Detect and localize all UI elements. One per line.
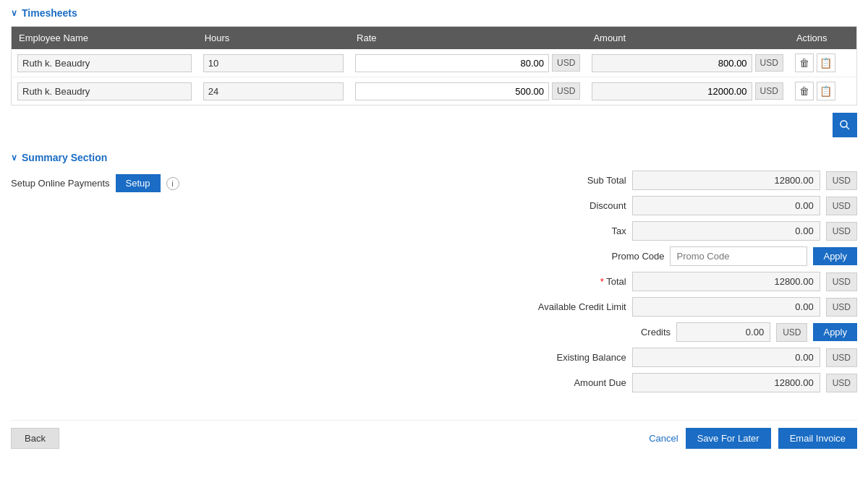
rate-currency: USD <box>552 82 580 100</box>
setup-payments-label: Setup Online Payments <box>11 178 110 189</box>
discount-input[interactable] <box>632 196 820 215</box>
timesheets-chevron: ∨ <box>11 8 17 18</box>
svg-line-1 <box>846 126 849 129</box>
promo-apply-button[interactable]: Apply <box>813 247 857 265</box>
existing-balance-label: Existing Balance <box>511 352 626 363</box>
hours-input[interactable] <box>203 54 344 72</box>
tax-label: Tax <box>511 225 626 236</box>
action-icons: 🗑 📋 <box>795 82 851 100</box>
rate-input[interactable] <box>355 82 549 100</box>
discount-currency: USD <box>826 197 857 215</box>
existing-balance-currency: USD <box>826 348 857 367</box>
back-button[interactable]: Back <box>11 428 59 449</box>
search-button[interactable] <box>833 113 857 137</box>
delete-button[interactable]: 🗑 <box>795 82 814 100</box>
footer-right: Cancel Save For Later Email Invoice <box>649 428 857 449</box>
credit-limit-label: Available Credit Limit <box>511 301 626 312</box>
rate-currency: USD <box>552 54 580 72</box>
credit-limit-input[interactable] <box>632 297 820 317</box>
info-icon: i <box>166 177 179 190</box>
copy-button[interactable]: 📋 <box>817 53 835 72</box>
summary-section-header[interactable]: ∨ Summary Section <box>11 152 857 163</box>
tax-row: Tax USD <box>242 221 857 241</box>
hours-input[interactable] <box>203 82 344 100</box>
credits-label: Credits <box>555 327 671 338</box>
amount-due-row: Amount Due USD <box>242 373 857 392</box>
svg-point-0 <box>841 121 847 127</box>
tax-input[interactable] <box>632 221 820 241</box>
summary-chevron: ∨ <box>11 152 17 163</box>
total-input[interactable] <box>632 272 820 291</box>
promo-code-row: Promo Code Apply <box>242 246 857 266</box>
table-row: USD USD 🗑 📋 <box>12 77 857 106</box>
total-row: * Total USD <box>242 272 857 291</box>
copy-button[interactable]: 📋 <box>817 82 835 100</box>
timesheets-title: Timesheets <box>22 7 77 19</box>
amount-due-currency: USD <box>826 374 857 392</box>
total-currency: USD <box>826 272 857 291</box>
total-label-text: Total <box>606 276 626 287</box>
tax-currency: USD <box>826 222 857 241</box>
subtotal-row: Sub Total USD <box>242 171 857 190</box>
cancel-link[interactable]: Cancel <box>649 433 678 444</box>
credit-limit-row: Available Credit Limit USD <box>242 297 857 317</box>
credit-limit-currency: USD <box>826 298 857 317</box>
email-invoice-button[interactable]: Email Invoice <box>778 428 857 449</box>
summary-left: Setup Online Payments Setup i <box>11 171 228 398</box>
setup-payments-row: Setup Online Payments Setup i <box>11 174 228 192</box>
total-label: * Total <box>511 276 626 287</box>
timesheets-section-header[interactable]: ∨ Timesheets <box>11 7 857 19</box>
discount-row: Discount USD <box>242 196 857 215</box>
amount-currency: USD <box>755 82 783 100</box>
credits-input[interactable] <box>676 322 770 342</box>
credits-currency: USD <box>776 323 807 342</box>
existing-balance-row: Existing Balance USD <box>242 348 857 367</box>
discount-label: Discount <box>511 200 626 211</box>
promo-code-input[interactable] <box>670 246 807 266</box>
table-row: USD USD 🗑 📋 <box>12 49 857 77</box>
total-required-star: * <box>600 276 604 287</box>
save-for-later-button[interactable]: Save For Later <box>686 428 771 449</box>
amount-due-label: Amount Due <box>511 377 626 388</box>
amount-currency: USD <box>755 54 783 72</box>
col-header-hours: Hours <box>197 27 349 50</box>
subtotal-label: Sub Total <box>511 175 626 186</box>
amount-input[interactable] <box>592 54 752 72</box>
summary-title: Summary Section <box>22 152 107 163</box>
rate-input[interactable] <box>355 54 549 72</box>
col-header-employee: Employee Name <box>12 27 197 50</box>
footer-row: Back Cancel Save For Later Email Invoice <box>11 420 857 449</box>
amount-input[interactable] <box>592 82 752 100</box>
setup-payments-button[interactable]: Setup <box>116 174 161 192</box>
employee-name-input[interactable] <box>17 54 192 72</box>
summary-right: Sub Total USD Discount USD Tax USD Promo… <box>242 171 857 398</box>
credits-apply-button[interactable]: Apply <box>813 323 857 341</box>
timesheets-table: Employee Name Hours Rate Amount Actions … <box>11 26 857 106</box>
employee-name-input[interactable] <box>17 82 192 100</box>
col-header-amount: Amount <box>586 27 789 50</box>
col-header-rate: Rate <box>349 27 586 50</box>
subtotal-input[interactable] <box>632 171 820 190</box>
credits-row: Credits USD Apply <box>242 322 857 342</box>
subtotal-currency: USD <box>826 171 857 190</box>
delete-button[interactable]: 🗑 <box>795 53 814 72</box>
search-icon <box>839 119 851 131</box>
summary-container: Setup Online Payments Setup i Sub Total … <box>11 171 857 398</box>
amount-due-input[interactable] <box>632 373 820 392</box>
existing-balance-input[interactable] <box>632 348 820 367</box>
search-row <box>11 113 857 137</box>
promo-code-label: Promo Code <box>548 251 664 262</box>
col-header-actions: Actions <box>789 27 857 50</box>
action-icons: 🗑 📋 <box>795 53 851 72</box>
